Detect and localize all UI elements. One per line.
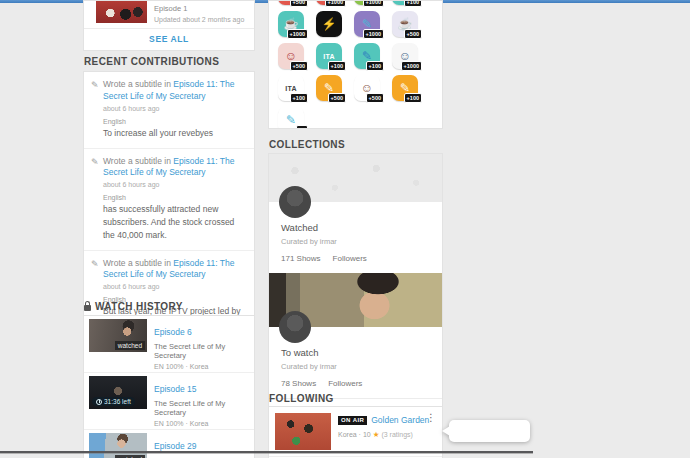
ita-team-icon: ITA <box>323 53 335 60</box>
contribution-title: Wrote a subtitle in Episode 11: The Secr… <box>103 258 244 282</box>
pencil-icon: ✎ <box>91 156 103 242</box>
badge-count: +100 <box>290 93 308 103</box>
badge-count: +100 <box>404 93 422 103</box>
badge-girl[interactable]: ☺+500 <box>278 43 304 69</box>
pencil-icon: ✎ <box>91 79 103 140</box>
collection-stats: 78 Shows Followers <box>281 379 430 388</box>
episode-link[interactable]: Episode 29 <box>154 441 197 451</box>
badge-count: +1000 <box>287 29 308 39</box>
episode-thumbnail[interactable]: watched <box>89 433 147 458</box>
subtitler-icon: ✎ <box>286 114 296 126</box>
update-item[interactable]: Episode 1 Updated about 2 months ago <box>84 1 254 28</box>
tooltip-body <box>449 420 530 442</box>
collection-banner[interactable] <box>269 273 442 327</box>
badge-badge[interactable]: ☕+500 <box>278 0 304 5</box>
badge-qc-flash[interactable]: ⚡ <box>316 11 342 37</box>
badge-ita-team[interactable]: ITA+100 <box>278 75 304 101</box>
clock-icon <box>96 399 102 405</box>
watch-history-item[interactable]: watched Episode 29 The Secret Life of My… <box>84 430 254 458</box>
collection-item[interactable]: Watched Curated by irmar 171 Shows Follo… <box>269 154 442 273</box>
collection-name[interactable]: Watched <box>281 222 430 233</box>
badge-badge[interactable]: ✂+100 <box>392 0 418 5</box>
update-episode-label: Episode 1 <box>154 4 244 13</box>
update-thumbnail[interactable] <box>96 1 147 23</box>
show-meta: EN 100% · Korea <box>154 363 249 370</box>
badge-couple[interactable]: ☺+1000 <box>392 43 418 69</box>
episode-thumbnail[interactable]: 31:36 left <box>89 376 147 409</box>
updates-see-all-link[interactable]: SEE ALL <box>84 28 254 50</box>
show-meta: EN 100% · Korea <box>154 420 249 427</box>
collection-stats: 171 Shows Followers <box>281 254 430 263</box>
contribution-item: ✎ Wrote a subtitle in Episode 11: The Se… <box>84 72 254 149</box>
contribution-item: ✎ Wrote a subtitle in Episode 11: The Se… <box>84 149 254 251</box>
watch-history-item[interactable]: 31:36 left Episode 15 The Secret Life of… <box>84 373 254 430</box>
contribution-time: about 6 hours ago <box>103 283 244 290</box>
badge-subtitler[interactable]: ✎+500 <box>316 75 342 101</box>
collection-name[interactable]: To watch <box>281 347 430 358</box>
following-item[interactable]: ON AIR Golden Garden Korea · 10 ★ (3 rat… <box>269 407 442 456</box>
contribution-action: Wrote a subtitle in <box>103 156 173 166</box>
badge-count: +1 <box>296 125 308 129</box>
badge-count: +1000 <box>363 0 384 7</box>
contribution-title: Wrote a subtitle in Episode 11: The Secr… <box>103 156 244 180</box>
contribution-title: Wrote a subtitle in Episode 11: The Secr… <box>103 79 244 103</box>
lock-icon <box>84 305 91 311</box>
badge-count: +500 <box>366 93 384 103</box>
watch-history-card: watched Episode 6 The Secret Life of My … <box>83 315 255 458</box>
badge-subtitler[interactable]: ✎+1000 <box>354 11 380 37</box>
collection-banner[interactable] <box>269 154 442 202</box>
badge-bubble-tea[interactable]: ☕+1000 <box>278 11 304 37</box>
contribution-language: English <box>103 194 244 201</box>
contribution-subtitle-text: To increase all your revebyes <box>103 127 244 140</box>
collection-shows-count: 171 Shows <box>281 254 321 263</box>
contribution-time: about 6 hours ago <box>103 181 244 188</box>
badge-badge[interactable]: ☕+1000 <box>316 0 342 5</box>
updates-card: Episode 1 Updated about 2 months ago SEE… <box>83 0 255 51</box>
contribution-action: Wrote a subtitle in <box>103 79 173 89</box>
profile-page: Episode 1 Updated about 2 months ago SEE… <box>0 0 690 458</box>
collection-followers-count: Followers <box>333 254 367 263</box>
collection-item[interactable]: To watch Curated by irmar 78 Shows Follo… <box>269 273 442 398</box>
episode-link[interactable]: Episode 15 <box>154 384 197 394</box>
badge-count: +500 <box>328 93 346 103</box>
badge-subtitler[interactable]: ✎+100 <box>392 75 418 101</box>
badge-count: +500 <box>404 29 422 39</box>
avatar <box>279 311 311 343</box>
more-options-icon[interactable]: ⋮ <box>426 412 436 423</box>
badge-subtitler[interactable]: ✎+100 <box>354 43 380 69</box>
following-header: FOLLOWING <box>269 393 334 404</box>
show-thumbnail[interactable] <box>275 413 331 450</box>
show-link[interactable]: Golden Garden <box>371 415 429 425</box>
contribution-action: Wrote a subtitle in <box>103 258 173 268</box>
watch-history-item[interactable]: watched Episode 6 The Secret Life of My … <box>84 316 254 373</box>
screenshot-divider-line <box>0 451 533 453</box>
badge-ita-team[interactable]: ITA+100 <box>316 43 342 69</box>
badge-count: +1000 <box>363 29 384 39</box>
watch-history-header: WATCH HISTORY <box>84 301 183 312</box>
episode-thumbnail[interactable]: watched <box>89 319 147 352</box>
tooltip-bubble <box>442 420 530 442</box>
badge-couple[interactable]: ☺+500 <box>354 75 380 101</box>
watched-badge: watched <box>115 341 145 350</box>
badge-badge[interactable]: ✓+1000 <box>354 0 380 5</box>
badges-grid: ☕+500☕+1000✓+1000✂+100☕+1000⚡✎+1000☕+500… <box>269 0 442 129</box>
time-left-text: 31:36 left <box>104 398 131 405</box>
collections-card: Watched Curated by irmar 171 Shows Follo… <box>268 153 443 421</box>
badge-bubble-tea[interactable]: ☕+500 <box>392 11 418 37</box>
qc-flash-icon: ⚡ <box>322 18 337 30</box>
show-title: The Secret Life of My Secretary <box>154 399 249 417</box>
on-air-badge: ON AIR <box>338 416 367 425</box>
time-left-badge: 31:36 left <box>92 397 135 406</box>
episode-link[interactable]: Episode 6 <box>154 327 192 337</box>
badge-subtitler[interactable]: ✎+1 <box>278 107 304 129</box>
update-timestamp: Updated about 2 months ago <box>154 16 244 23</box>
collection-curator: Curated by irmar <box>281 237 430 246</box>
badge-count: +100 <box>366 61 384 71</box>
badge-count: +1000 <box>325 0 346 7</box>
show-country-rating: Korea · 10 <box>338 431 371 438</box>
collection-followers-count: Followers <box>328 379 362 388</box>
badges-card: ☕+500☕+1000✓+1000✂+100☕+1000⚡✎+1000☕+500… <box>268 0 443 129</box>
contribution-subtitle-text: has successfully attracted new subscribe… <box>103 203 244 241</box>
badge-count: +500 <box>290 0 308 7</box>
recent-contributions-header: RECENT CONTRIBUTIONS <box>84 56 219 67</box>
